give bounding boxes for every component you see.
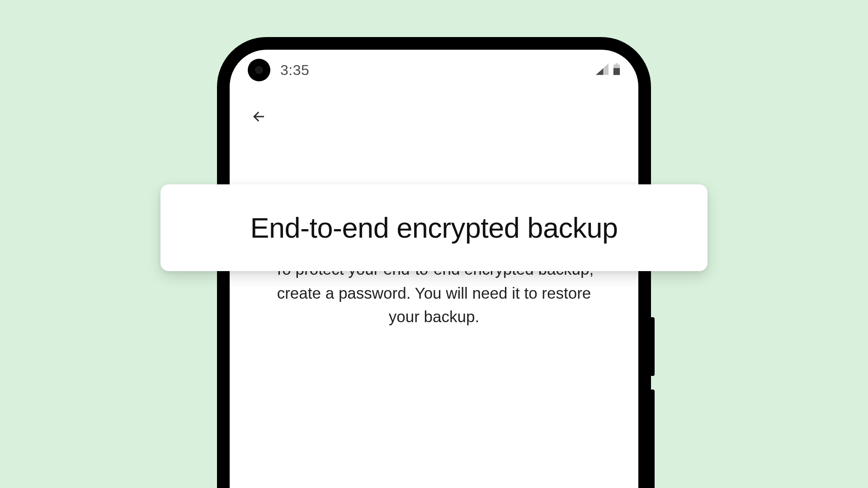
back-button[interactable] [248,107,269,128]
app-bar [230,95,638,140]
svg-rect-0 [616,63,618,65]
arrow-left-icon [250,108,267,127]
status-clock: 3:35 [280,62,309,79]
promo-canvas: 3:35 [0,0,868,488]
status-bar: 3:35 [230,50,638,90]
status-icons [596,63,620,77]
phone-side-button [650,389,655,488]
cellular-signal-icon [596,63,609,77]
title-card: End-to-end encrypted backup [160,184,708,271]
phone-side-button [650,317,655,376]
camera-punch-hole [248,59,270,81]
page-title: End-to-end encrypted backup [179,211,689,244]
svg-rect-2 [613,68,620,75]
battery-icon [613,63,620,77]
